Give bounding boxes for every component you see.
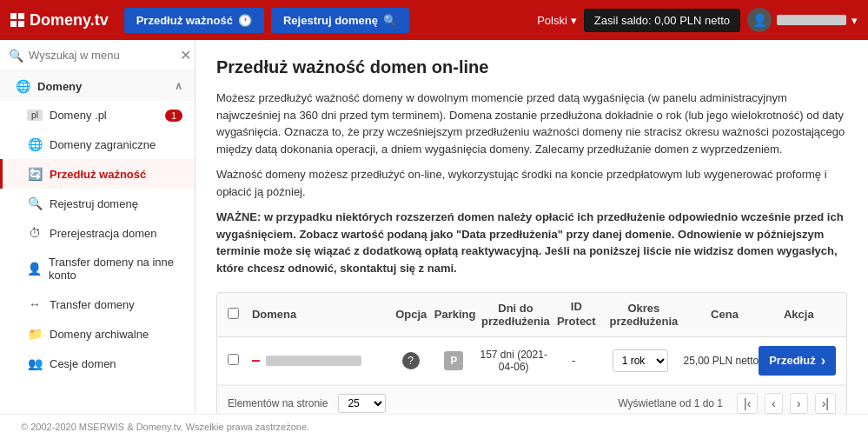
sidebar-item-domeny-label: Domeny bbox=[37, 80, 82, 93]
sidebar-item-archiwalne-label: Domeny archiwalne bbox=[50, 328, 149, 341]
sidebar-item-transfer-inne[interactable]: 👤 Transfer domeny na inne konto bbox=[0, 248, 195, 289]
balance-value: 0,00 bbox=[654, 14, 676, 27]
renew-row-button[interactable]: Przedłuż › bbox=[759, 346, 836, 376]
sidebar-item-transfer[interactable]: ↔ Transfer domeny bbox=[0, 289, 195, 319]
td-id-value: - bbox=[572, 354, 575, 367]
topnav: Domeny.tv Przedłuż ważność 🕐 Rejestruj d… bbox=[0, 0, 868, 40]
footer: © 2002-2020 MSERWIS & Domeny.tv. Wszelki… bbox=[0, 414, 868, 439]
parking-badge: P bbox=[444, 351, 463, 370]
th-dni-label: Dni doprzedłużenia bbox=[481, 302, 550, 328]
username-display bbox=[777, 15, 846, 25]
period-select[interactable]: 1 rok 2 lata 3 lata bbox=[613, 349, 668, 372]
td-domena: – bbox=[252, 351, 391, 369]
td-dni-value: 157 dni (2021-04-06) bbox=[480, 349, 547, 373]
sidebar-item-domeny-zagraniczne[interactable]: 🌐 Domeny zagraniczne bbox=[0, 130, 195, 159]
info-para1: Możesz przedłużyć ważność domeny w dowol… bbox=[216, 90, 847, 157]
archive-icon: 📁 bbox=[27, 327, 43, 341]
chevron-down-icon: ▾ bbox=[571, 14, 577, 27]
td-cena-value: 25,00 PLN netto bbox=[683, 355, 759, 367]
info-para3-bold: WAŻNE: w przypadku niektórych rozszerzeń… bbox=[216, 210, 844, 275]
td-cena: 25,00 PLN netto bbox=[683, 355, 759, 367]
sidebar-item-prerejestracja[interactable]: ⏱ Prerejestracja domen bbox=[0, 218, 195, 248]
first-page-btn[interactable]: |‹ bbox=[737, 393, 758, 414]
user-menu[interactable]: 👤 ▾ bbox=[747, 8, 858, 32]
info-para3: WAŻNE: w przypadku niektórych rozszerzeń… bbox=[216, 209, 847, 276]
renew-row-label: Przedłuż bbox=[769, 354, 815, 367]
th-akcja: Akcja bbox=[762, 308, 836, 321]
td-checkbox bbox=[228, 354, 252, 368]
domeny-pl-badge: 1 bbox=[165, 110, 182, 122]
sidebar-item-rejestruj-label: Rejestruj domenę bbox=[50, 197, 138, 210]
balance-label: Zasil saldo: bbox=[594, 14, 652, 27]
sidebar-search-container: 🔍 ✕ bbox=[0, 40, 195, 71]
help-icon[interactable]: ? bbox=[402, 352, 420, 369]
arrow-right-icon: › bbox=[821, 353, 825, 369]
th-dni: Dni doprzedłużenia bbox=[479, 302, 553, 328]
search-icon-topnav: 🔍 bbox=[383, 14, 397, 27]
th-id-protect: IDProtect bbox=[553, 300, 600, 329]
cesje-icon: 👥 bbox=[27, 356, 43, 370]
sidebar-item-domeny[interactable]: 🌐 Domeny ∧ bbox=[0, 71, 195, 101]
close-icon[interactable]: ✕ bbox=[180, 47, 191, 63]
sidebar-item-domeny-pl[interactable]: pl Domeny .pl 1 bbox=[0, 101, 195, 130]
avatar: 👤 bbox=[747, 8, 772, 32]
register-btn-topnav[interactable]: Rejestruj domenę 🔍 bbox=[271, 8, 409, 33]
balance-display: Zasil saldo: 0,00 PLN netto bbox=[584, 9, 740, 32]
renew-btn-topnav[interactable]: Przedłuż ważność 🕐 bbox=[124, 8, 264, 33]
clock-icon: 🕐 bbox=[238, 14, 252, 27]
td-opcja: ? bbox=[391, 352, 431, 369]
user-chevron-icon: ▾ bbox=[851, 14, 858, 27]
foreign-domains-icon: 🌐 bbox=[27, 137, 43, 151]
th-checkbox bbox=[228, 308, 252, 322]
domain-status-dash: – bbox=[252, 351, 261, 369]
lang-label: Polski bbox=[537, 14, 567, 27]
sidebar-item-przedluz-waznosc[interactable]: 🔄 Przedłuż ważność bbox=[0, 159, 195, 189]
td-dni: 157 dni (2021-04-06) bbox=[477, 349, 550, 373]
page-title: Przedłuż ważność domen on-line bbox=[216, 57, 847, 77]
items-per-page-label: Elementów na stronie bbox=[228, 397, 328, 409]
td-okres: 1 rok 2 lata 3 lata bbox=[597, 349, 684, 372]
sidebar-item-archiwalne[interactable]: 📁 Domeny archiwalne bbox=[0, 319, 195, 349]
next-page-btn[interactable]: › bbox=[790, 393, 808, 414]
search-icon: 🔍 bbox=[9, 49, 23, 63]
globe-icon: 🌐 bbox=[15, 79, 30, 93]
sidebar-item-prerejestracja-label: Prerejestracja domen bbox=[50, 227, 157, 240]
renew-btn-label: Przedłuż ważność bbox=[136, 14, 233, 27]
renew-icon: 🔄 bbox=[27, 167, 43, 181]
domain-name-blurred bbox=[266, 356, 361, 366]
row-checkbox[interactable] bbox=[228, 354, 239, 365]
last-page-btn[interactable]: ›| bbox=[815, 393, 836, 414]
prev-page-btn[interactable]: ‹ bbox=[765, 393, 783, 414]
page-size-select[interactable]: 25 10 50 100 bbox=[338, 394, 386, 413]
domains-table: Domena Opcja Parking Dni doprzedłużenia … bbox=[216, 292, 847, 414]
register-btn-label: Rejestruj domenę bbox=[283, 14, 378, 27]
search-input[interactable] bbox=[29, 49, 175, 62]
th-okres: Okres przedłużenia bbox=[600, 302, 687, 328]
preregister-icon: ⏱ bbox=[27, 226, 43, 240]
sidebar: 🔍 ✕ 🌐 Domeny ∧ pl Domeny .pl 1 🌐 Domeny … bbox=[0, 40, 195, 414]
chevron-up-icon: ∧ bbox=[175, 80, 182, 92]
transfer-other-icon: 👤 bbox=[27, 262, 42, 276]
table-row: – ? P 157 dni (2021-04-06) - 1 rok bbox=[217, 337, 846, 385]
pl-domain-icon: pl bbox=[27, 110, 43, 121]
logo-text: Domeny.tv bbox=[30, 11, 109, 30]
sidebar-item-rejestruj-domene[interactable]: 🔍 Rejestruj domenę bbox=[0, 189, 195, 218]
lang-selector[interactable]: Polski ▾ bbox=[537, 14, 577, 27]
th-id-label: IDProtect bbox=[557, 300, 596, 328]
balance-currency: PLN netto bbox=[679, 14, 730, 27]
pagination-info: Wyświetlane od 1 do 1 bbox=[618, 397, 723, 409]
footer-text: © 2002-2020 MSERWIS & Domeny.tv. Wszelki… bbox=[21, 422, 309, 432]
sidebar-item-transfer-label: Transfer domeny bbox=[50, 298, 135, 311]
th-opcja: Opcja bbox=[391, 308, 432, 321]
sidebar-item-cesje[interactable]: 👥 Cesje domen bbox=[0, 349, 195, 378]
td-akcja: Przedłuż › bbox=[759, 346, 836, 376]
info-para2: Ważność domeny możesz przedłużyć on-line… bbox=[216, 166, 847, 200]
th-cena: Cena bbox=[687, 308, 761, 321]
sidebar-item-domeny-pl-label: Domeny .pl bbox=[50, 109, 107, 122]
td-id-protect: - bbox=[550, 354, 597, 367]
th-domena: Domena bbox=[252, 308, 391, 321]
select-all-checkbox[interactable] bbox=[228, 308, 239, 319]
th-parking: Parking bbox=[431, 308, 478, 321]
sidebar-item-przedluz-label: Przedłuż ważność bbox=[50, 168, 146, 181]
pagination-bar: Elementów na stronie 25 10 50 100 Wyświe… bbox=[217, 385, 846, 414]
